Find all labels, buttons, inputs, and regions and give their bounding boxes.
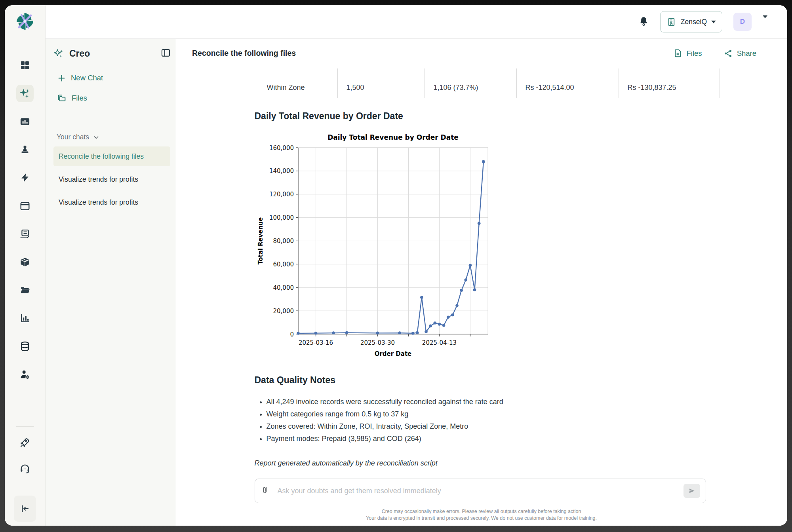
rail-item-approvals[interactable] — [16, 141, 34, 158]
folder-icon — [19, 285, 30, 296]
new-chat-button[interactable]: New Chat — [53, 74, 171, 82]
data-quality-notes: All 4,249 invoice records were successfu… — [255, 396, 708, 445]
receipt-icon — [19, 228, 30, 239]
svg-text:0: 0 — [290, 331, 294, 338]
rail-item-automations[interactable] — [16, 169, 34, 186]
rail-bottom — [14, 434, 36, 522]
chat-panel: Creo New Chat — [46, 39, 175, 526]
rail-item-launch[interactable] — [16, 434, 34, 451]
bolt-icon — [19, 172, 30, 183]
send-button[interactable] — [683, 484, 700, 498]
user-gear-icon — [19, 369, 30, 380]
your-chats-toggle[interactable]: Your chats — [53, 133, 171, 141]
table-row-clipped — [258, 68, 337, 77]
org-switcher[interactable]: ZenseiQ — [660, 11, 722, 32]
plus-icon — [57, 74, 66, 82]
your-chats-label: Your chats — [57, 133, 89, 141]
svg-text:2025-04-13: 2025-04-13 — [422, 339, 456, 346]
composer — [255, 479, 706, 503]
app-title: Creo — [69, 48, 160, 59]
svg-text:120,000: 120,000 — [269, 191, 293, 198]
table-cell: 1,106 (73.7%) — [425, 77, 516, 98]
account-menu-button[interactable] — [763, 18, 767, 25]
rail-item-assistant[interactable] — [16, 85, 34, 102]
pinwheel-logo-icon — [16, 12, 34, 30]
chart-card-icon — [19, 116, 30, 127]
chat-list: Reconcile the following files Visualize … — [53, 146, 170, 212]
chat-input[interactable] — [277, 486, 683, 496]
files-nav-label: Files — [72, 94, 87, 103]
calendar-icon — [19, 200, 30, 211]
document-icon — [673, 48, 683, 58]
headset-icon — [19, 463, 30, 474]
rail-item-support[interactable] — [16, 460, 34, 477]
chart-section-heading: Daily Total Revenue by Order Date — [255, 111, 708, 122]
note-item: Zones covered: Within Zone, ROI, Intraci… — [267, 420, 708, 433]
building-icon — [666, 17, 676, 27]
rocket-icon — [19, 437, 30, 448]
rail-item-orders[interactable] — [16, 253, 34, 271]
svg-text:40,000: 40,000 — [273, 284, 294, 291]
reconciliation-table: Within Zone 1,500 1,106 (73.7%) Rs -120,… — [258, 68, 720, 98]
rail-item-calendar[interactable] — [16, 197, 34, 215]
stamp-icon — [19, 144, 30, 155]
avatar[interactable]: D — [733, 13, 752, 31]
rail-collapse-button[interactable] — [14, 496, 36, 522]
chat-item-label: Visualize trends for profits — [59, 175, 138, 184]
svg-text:160,000: 160,000 — [269, 144, 293, 152]
share-button[interactable]: Share — [723, 49, 756, 58]
chat-item-label: Visualize trends for profits — [59, 198, 138, 207]
rail-item-files[interactable] — [16, 281, 34, 299]
files-button[interactable]: Files — [673, 48, 702, 58]
bar-chart-icon — [19, 313, 30, 324]
rail-item-billing[interactable] — [16, 225, 34, 243]
chat-list-item[interactable]: Reconcile the following files — [53, 146, 170, 166]
paperclip-icon — [261, 486, 270, 495]
revenue-chart: 020,00040,00060,00080,000100,000120,0001… — [255, 132, 516, 362]
disclaimer: Creo may occasionally make errors. Pleas… — [255, 508, 708, 522]
panel-toggle-button[interactable] — [160, 48, 171, 60]
rail-item-database[interactable] — [16, 338, 34, 355]
company-logo[interactable] — [16, 12, 34, 32]
bell-icon — [638, 16, 649, 27]
rail-item-user-admin[interactable] — [16, 366, 34, 383]
note-item: Weight categories range from 0.5 kg to 3… — [267, 408, 708, 420]
rail-divider — [16, 426, 34, 427]
table-cell: Rs -120,514.00 — [516, 77, 619, 98]
chat-list-item[interactable]: Visualize trends for profits — [53, 169, 170, 189]
collapse-icon — [20, 504, 30, 514]
rail-item-analytics[interactable] — [16, 310, 34, 327]
sparkles-icon — [19, 87, 31, 99]
svg-text:Daily Total Revenue by Order D: Daily Total Revenue by Order Date — [327, 133, 459, 141]
database-icon — [19, 341, 30, 352]
disclaimer-line: Your data is encrypted in transit and pr… — [255, 515, 708, 522]
svg-text:140,000: 140,000 — [269, 167, 293, 175]
svg-text:80,000: 80,000 — [273, 238, 294, 245]
svg-text:2025-03-30: 2025-03-30 — [360, 339, 394, 346]
note-item: Payment modes: Prepaid (3,985) and COD (… — [267, 433, 708, 445]
new-chat-label: New Chat — [71, 74, 103, 82]
notifications-button[interactable] — [638, 16, 649, 28]
rail-item-reports[interactable] — [16, 113, 34, 130]
chevron-down-icon — [93, 134, 100, 141]
folders-icon — [57, 93, 67, 103]
files-button-label: Files — [687, 49, 702, 58]
org-name: ZenseiQ — [681, 18, 707, 26]
chevron-down-icon — [711, 21, 716, 23]
disclaimer-line: Creo may occasionally make errors. Pleas… — [255, 508, 708, 515]
table-cell: Rs -130,837.25 — [619, 77, 720, 98]
app-window: ZenseiQ D Creo — [5, 5, 787, 526]
attach-button[interactable] — [261, 486, 270, 496]
rail-item-dashboard[interactable] — [16, 57, 34, 74]
svg-text:20,000: 20,000 — [273, 308, 294, 315]
share-button-label: Share — [737, 49, 756, 58]
table-cell: 1,500 — [337, 77, 425, 98]
report-note: Report generated automatically by the re… — [255, 459, 708, 467]
share-icon — [723, 49, 733, 58]
svg-text:100,000: 100,000 — [269, 214, 293, 221]
chat-list-item[interactable]: Visualize trends for profits — [53, 192, 170, 212]
svg-text:2025-03-16: 2025-03-16 — [298, 339, 333, 346]
send-icon — [687, 486, 696, 495]
files-nav-button[interactable]: Files — [53, 93, 171, 103]
topbar: ZenseiQ D — [46, 5, 787, 39]
